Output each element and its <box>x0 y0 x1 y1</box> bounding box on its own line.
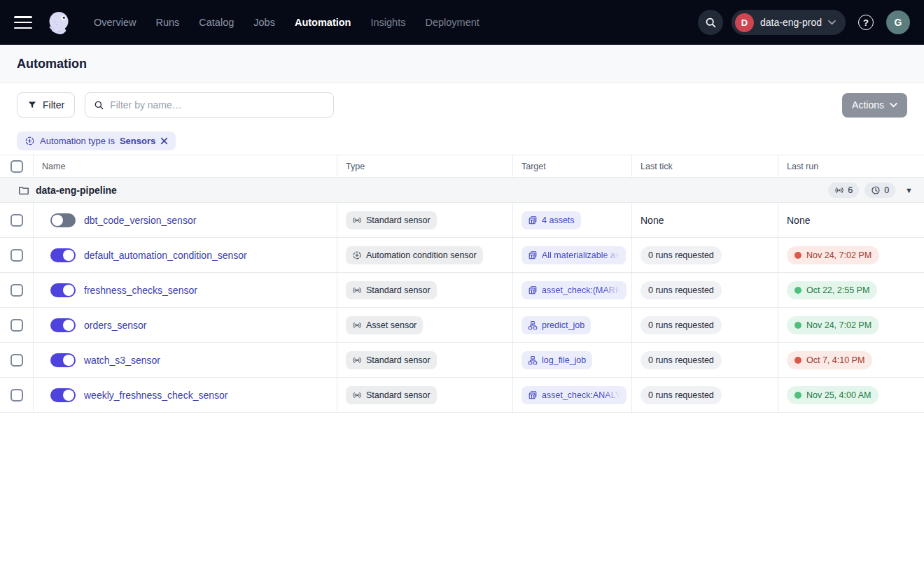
nav-runs[interactable]: Runs <box>155 17 179 28</box>
target-badge[interactable]: asset_check:ANALY <box>522 386 626 404</box>
sensor-enabled-toggle[interactable] <box>50 283 76 297</box>
last-tick-badge: 0 runs requested <box>640 386 722 404</box>
last-tick-value: None <box>640 215 664 226</box>
last-tick-badge: 0 runs requested <box>640 316 722 334</box>
sensor-name-link[interactable]: default_automation_condition_sensor <box>84 250 247 261</box>
hamburger-menu-icon[interactable] <box>14 16 32 29</box>
remove-filter-icon[interactable] <box>160 137 168 145</box>
sensor-name-link[interactable]: orders_sensor <box>84 320 147 331</box>
toolbar: Filter Actions <box>0 83 924 127</box>
sensor-enabled-toggle[interactable] <box>50 318 76 332</box>
sensor-enabled-toggle[interactable] <box>50 388 76 402</box>
select-all-checkbox[interactable] <box>10 160 23 173</box>
asset-icon <box>528 250 538 260</box>
row-checkbox[interactable] <box>10 354 23 367</box>
automation-condition-icon <box>352 250 362 260</box>
search-icon <box>705 17 717 29</box>
target-badge[interactable]: 4 assets <box>522 211 581 229</box>
search-icon <box>94 100 104 111</box>
column-header-name[interactable]: Name <box>34 155 337 178</box>
table-header: Name Type Target Last tick Last run <box>0 155 924 178</box>
filter-chip-value: Sensors <box>120 136 155 146</box>
sensor-type-badge: Standard sensor <box>346 281 437 299</box>
target-badge[interactable]: All materializable as <box>522 246 626 264</box>
sensor-name-link[interactable]: watch_s3_sensor <box>84 355 160 366</box>
dagster-logo[interactable] <box>45 8 73 36</box>
sensor-enabled-toggle[interactable] <box>50 248 76 262</box>
last-run-value: None <box>787 215 810 226</box>
run-status-dot <box>794 392 802 399</box>
row-checkbox[interactable] <box>10 319 23 332</box>
table-row: orders_sensor Asset sensor predict_job 0… <box>0 308 924 343</box>
nav-jobs[interactable]: Jobs <box>253 17 275 28</box>
sensor-name-link[interactable]: dbt_code_version_sensor <box>84 215 196 226</box>
sensor-name-link[interactable]: freshness_checks_sensor <box>84 285 197 296</box>
filter-button-label: Filter <box>43 99 64 111</box>
last-tick-badge: 0 runs requested <box>640 351 722 369</box>
nav-deployment[interactable]: Deployment <box>425 17 479 28</box>
last-run-badge[interactable]: Nov 24, 7:02 PM <box>787 246 879 264</box>
page-header: Automation <box>0 45 924 83</box>
automation-condition-icon <box>24 136 35 146</box>
sensor-enabled-toggle[interactable] <box>50 213 76 227</box>
row-checkbox[interactable] <box>10 249 23 262</box>
nav-automation[interactable]: Automation <box>295 17 351 28</box>
table-row: weekly_freshness_check_sensor Standard s… <box>0 378 924 413</box>
app-window: Overview Runs Catalog Jobs Automation In… <box>0 0 924 575</box>
name-filter-input[interactable] <box>110 99 325 111</box>
page-title: Automation <box>17 57 87 71</box>
nav-catalog[interactable]: Catalog <box>199 17 234 28</box>
filter-chip-automation-type[interactable]: Automation type is Sensors <box>17 132 176 150</box>
help-icon: ? <box>858 15 874 30</box>
nav-insights[interactable]: Insights <box>370 17 405 28</box>
column-header-target[interactable]: Target <box>513 155 632 178</box>
run-status-dot <box>794 287 802 294</box>
workspace-badge: D <box>735 13 754 32</box>
column-header-type[interactable]: Type <box>337 155 513 178</box>
sensor-icon <box>352 215 362 225</box>
job-icon <box>528 355 538 365</box>
actions-button-label: Actions <box>852 99 884 111</box>
last-run-badge[interactable]: Oct 7, 4:10 PM <box>787 351 872 369</box>
target-badge[interactable]: asset_check:(MARK <box>522 281 626 299</box>
code-location-group-row[interactable]: data-eng-pipeline 6 0 ▼ <box>0 178 924 203</box>
last-run-badge[interactable]: Oct 22, 2:55 PM <box>787 281 877 299</box>
sensor-icon <box>352 355 362 365</box>
sensor-name-link[interactable]: weekly_freshness_check_sensor <box>84 390 227 401</box>
row-checkbox[interactable] <box>10 389 23 402</box>
sensor-icon <box>352 285 362 295</box>
nav-overview[interactable]: Overview <box>94 17 136 28</box>
run-status-dot <box>794 322 802 329</box>
last-run-badge[interactable]: Nov 24, 7:02 PM <box>787 316 879 334</box>
chevron-down-icon <box>828 20 836 25</box>
table-row: dbt_code_version_sensor Standard sensor … <box>0 203 924 238</box>
schedule-count-badge: 0 <box>864 183 895 198</box>
sensor-enabled-toggle[interactable] <box>50 353 76 367</box>
search-button[interactable] <box>698 10 723 35</box>
sensor-icon <box>352 390 362 400</box>
column-header-last-run[interactable]: Last run <box>778 155 924 178</box>
workspace-switcher[interactable]: D data-eng-prod <box>732 10 846 35</box>
folder-icon <box>18 185 29 196</box>
asset-icon <box>528 215 538 225</box>
target-badge[interactable]: log_file_job <box>522 351 592 369</box>
table-row: watch_s3_sensor Standard sensor log_file… <box>0 343 924 378</box>
help-button[interactable]: ? <box>854 10 878 34</box>
sensor-type-badge: Automation condition sensor <box>346 246 483 264</box>
table-row: default_automation_condition_sensor Auto… <box>0 238 924 273</box>
row-checkbox[interactable] <box>10 284 23 297</box>
last-run-badge[interactable]: Nov 25, 4:00 AM <box>787 386 878 404</box>
filter-button[interactable]: Filter <box>17 92 75 118</box>
target-badge[interactable]: predict_job <box>522 316 591 334</box>
actions-button[interactable]: Actions <box>842 93 907 118</box>
name-filter-field <box>85 92 334 118</box>
avatar[interactable]: G <box>886 10 910 34</box>
last-tick-badge: 0 runs requested <box>640 281 722 299</box>
nav-links: Overview Runs Catalog Jobs Automation In… <box>94 17 479 28</box>
run-status-dot <box>794 252 802 259</box>
sensor-type-badge: Asset sensor <box>346 316 423 334</box>
column-header-last-tick[interactable]: Last tick <box>632 155 778 178</box>
row-checkbox[interactable] <box>10 214 23 227</box>
collapse-group-caret-icon[interactable]: ▼ <box>905 186 913 194</box>
asset-icon <box>528 285 538 295</box>
